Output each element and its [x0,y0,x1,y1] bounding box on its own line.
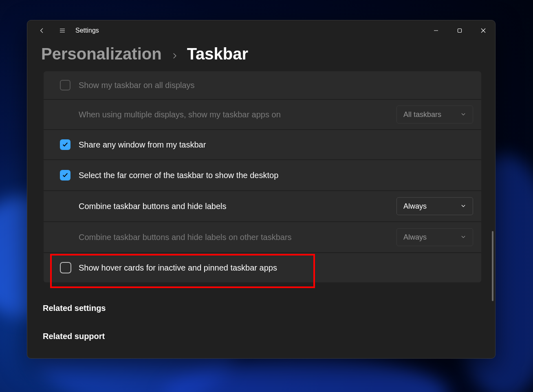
breadcrumb: Personalization Taskbar [27,41,495,71]
row-combine: Combine taskbar buttons and hide labels … [44,190,481,221]
label-hover-cards: Show hover cards for inactive and pinned… [79,263,473,273]
row-multi-display-apps: When using multiple displays, show my ta… [44,99,481,129]
row-share-window[interactable]: Share any window from my taskbar [44,129,481,159]
row-far-corner[interactable]: Select the far corner of the taskbar to … [44,159,481,190]
label-far-corner: Select the far corner of the taskbar to … [79,171,473,180]
close-button[interactable] [471,20,495,41]
checkbox-hover-cards[interactable] [60,262,71,273]
heading-related-settings: Related settings [43,304,481,313]
dropdown-multi-display-apps[interactable]: All taskbars [396,106,473,123]
taskbar-behaviors-list: Show my taskbar on all displays When usi… [44,71,481,282]
chevron-right-icon [171,50,178,62]
window-controls [424,20,495,41]
checkbox-show-all-displays[interactable] [60,80,70,90]
dropdown-value: Always [403,202,427,211]
breadcrumb-current: Taskbar [187,45,248,63]
dropdown-value: All taskbars [403,110,441,119]
chevron-down-icon [460,202,466,211]
chevron-down-icon [460,110,466,119]
chevron-down-icon [460,233,466,242]
label-show-all-displays: Show my taskbar on all displays [79,81,473,90]
dropdown-value: Always [403,233,427,242]
checkbox-far-corner[interactable] [60,170,70,181]
label-share-window: Share any window from my taskbar [79,140,473,150]
app-title: Settings [75,27,99,34]
label-combine-other: Combine taskbar buttons and hide labels … [79,233,396,242]
row-show-all-displays[interactable]: Show my taskbar on all displays [44,71,481,99]
row-hover-cards[interactable]: Show hover cards for inactive and pinned… [44,252,481,282]
scrollbar-thumb[interactable] [492,231,493,301]
maximize-button[interactable] [448,20,471,41]
titlebar: Settings [27,20,495,41]
settings-window: Settings Personalization Taskbar Show my… [27,20,496,359]
dropdown-combine-other[interactable]: Always [396,228,473,246]
dropdown-combine[interactable]: Always [396,197,473,215]
hamburger-menu-button[interactable] [53,22,71,39]
heading-related-support: Related support [43,332,481,341]
row-combine-other: Combine taskbar buttons and hide labels … [44,221,481,252]
back-button[interactable] [33,22,51,39]
minimize-button[interactable] [424,20,448,41]
svg-rect-0 [458,29,462,33]
label-multi-display-apps: When using multiple displays, show my ta… [79,110,396,119]
checkbox-share-window[interactable] [60,139,70,150]
settings-content: Show my taskbar on all displays When usi… [27,71,495,348]
breadcrumb-parent[interactable]: Personalization [41,45,162,63]
label-combine: Combine taskbar buttons and hide labels [79,202,396,211]
